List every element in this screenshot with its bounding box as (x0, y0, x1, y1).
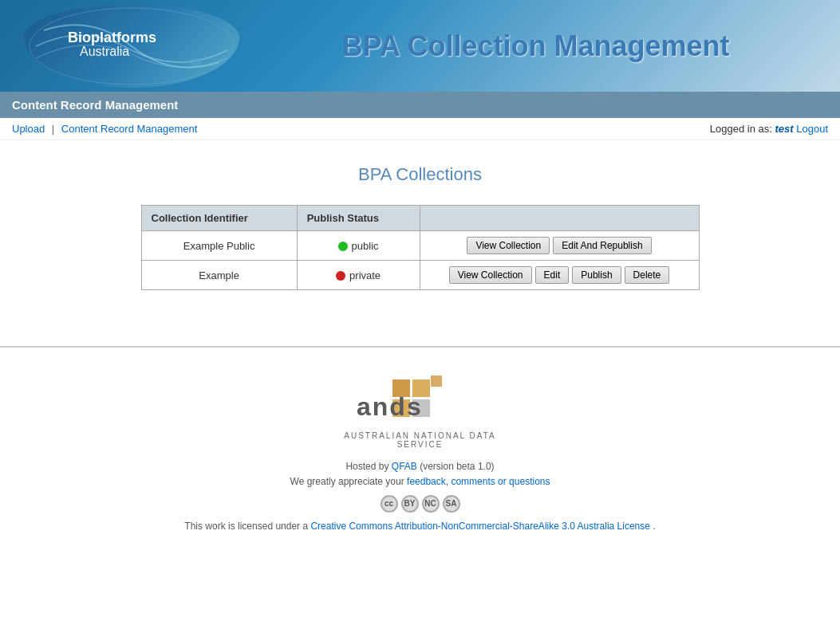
nav-bar: Content Record Management (0, 92, 840, 118)
cell-identifier: Example Public (141, 231, 297, 261)
delete-button[interactable]: Delete (625, 266, 670, 284)
license-text: This work is licensed under a Creative C… (16, 521, 824, 532)
login-info: Logged in as: test Logout (710, 123, 828, 135)
logged-in-prefix: Logged in as: (710, 123, 772, 135)
logo-svg: Bioplatforms Australia (28, 6, 235, 86)
crm-link[interactable]: Content Record Management (61, 123, 198, 135)
view-collection-button[interactable]: View Collection (467, 237, 550, 254)
cc-nc-icon: NC (422, 495, 440, 513)
cc-badge: cc BY NC SA (16, 495, 824, 513)
header: Bioplatforms Australia BPA Collection Ma… (0, 0, 840, 92)
footer: ands AUSTRALIAN NATIONAL DATA SERVICE Ho… (0, 364, 840, 548)
svg-text:Australia: Australia (80, 45, 129, 58)
publish-button[interactable]: Publish (572, 266, 621, 284)
cell-actions: View CollectionEditPublishDelete (420, 261, 699, 290)
status-label: private (349, 269, 381, 281)
footer-divider (0, 346, 840, 348)
ands-subtitle: AUSTRALIAN NATIONAL DATA SERVICE (341, 431, 500, 449)
cc-sa-icon: SA (443, 495, 460, 513)
logout-link[interactable]: Logout (796, 123, 828, 135)
page-heading: BPA Collections (16, 164, 824, 185)
breadcrumb: Upload | Content Record Management Logge… (0, 118, 840, 140)
table-header-row: Collection Identifier Publish Status (141, 206, 699, 231)
cell-status: private (297, 261, 420, 290)
cell-status: public (297, 231, 420, 261)
cell-identifier: Example (141, 261, 297, 290)
ands-logo: ands AUSTRALIAN NATIONAL DATA SERVICE (341, 372, 500, 449)
col-actions-header (420, 206, 699, 231)
cc-by-icon: BY (401, 495, 419, 513)
svg-rect-9 (431, 375, 442, 387)
ands-logo-svg: ands (349, 372, 492, 427)
status-dot (336, 271, 345, 281)
license-link[interactable]: Creative Commons Attribution-NonCommerci… (310, 521, 650, 532)
breadcrumb-separator: | (52, 123, 54, 135)
table-row: ExampleprivateView CollectionEditPublish… (141, 261, 699, 290)
cell-actions: View CollectionEdit And Republish (420, 231, 699, 261)
edit-and-republish-button[interactable]: Edit And Republish (553, 237, 651, 254)
edit-button[interactable]: Edit (535, 266, 570, 284)
site-title: BPA Collection Management (247, 29, 824, 63)
col-status-header: Publish Status (297, 206, 420, 231)
qfab-link[interactable]: QFAB (392, 461, 417, 472)
upload-link[interactable]: Upload (12, 123, 45, 135)
logo-circle: Bioplatforms Australia (24, 4, 239, 88)
feedback-link[interactable]: feedback, comments or questions (407, 476, 550, 487)
cc-icon: cc (381, 495, 398, 513)
logo-area: Bioplatforms Australia (16, 2, 247, 90)
hosted-by-text: Hosted by QFAB (version beta 1.0) (16, 461, 824, 472)
svg-text:ands: ands (357, 392, 423, 421)
main-content: BPA Collections Collection Identifier Pu… (0, 140, 840, 314)
status-label: public (352, 240, 379, 252)
breadcrumb-links: Upload | Content Record Management (12, 123, 197, 135)
svg-point-1 (189, 58, 202, 66)
table-row: Example PublicpublicView CollectionEdit … (141, 231, 699, 261)
username: test (775, 123, 793, 135)
col-identifier-header: Collection Identifier (141, 206, 297, 231)
view-collection-button[interactable]: View Collection (449, 266, 532, 284)
nav-title: Content Record Management (12, 98, 178, 112)
svg-text:Bioplatforms: Bioplatforms (68, 29, 156, 45)
feedback-text: We greatly appreciate your feedback, com… (16, 476, 824, 487)
collections-table: Collection Identifier Publish Status Exa… (141, 205, 700, 290)
status-dot (338, 242, 348, 251)
table-body: Example PublicpublicView CollectionEdit … (141, 231, 699, 290)
